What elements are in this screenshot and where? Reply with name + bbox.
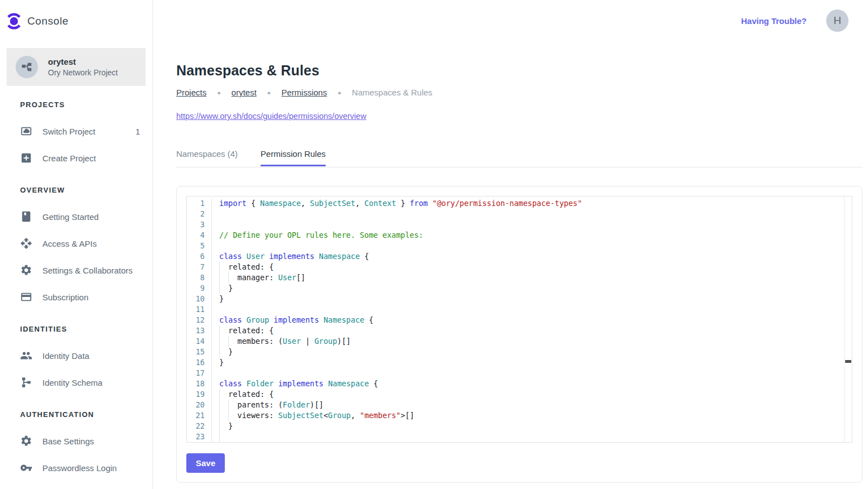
- line-number: 17: [187, 368, 212, 378]
- plus-square-icon: [20, 152, 32, 164]
- line-number: 3: [187, 219, 212, 230]
- tab-bar: Namespaces (4)Permission Rules: [176, 149, 862, 167]
- code-text: viewers: SubjectSet<Group, "members">[]: [212, 410, 414, 421]
- gear-icon: [20, 435, 32, 447]
- people-icon: [20, 349, 32, 362]
- code-text: }: [212, 421, 233, 432]
- editor-scrollbar-track[interactable]: [844, 196, 852, 442]
- code-line: 16}: [187, 357, 852, 368]
- ory-logo-icon: [7, 12, 21, 30]
- sidebar-item-label: Subscription: [42, 293, 140, 302]
- code-line: 15 }: [187, 347, 852, 357]
- code-text: }: [212, 347, 233, 357]
- sidebar-item-passwordless-login[interactable]: Passwordless Login: [0, 454, 152, 481]
- code-line: 11: [187, 304, 852, 315]
- book-icon: [20, 210, 32, 223]
- project-type: Ory Network Project: [48, 68, 118, 78]
- indent-guide: [219, 325, 224, 336]
- sidebar-item-base-settings[interactable]: Base Settings: [0, 428, 152, 454]
- code-line: 5: [187, 241, 852, 251]
- line-number: 7: [187, 262, 212, 272]
- permission-rules-panel: 1import { Namespace, SubjectSet, Context…: [176, 186, 862, 483]
- sidebar-item-identity-data[interactable]: Identity Data: [0, 342, 152, 369]
- line-number: 11: [187, 304, 212, 315]
- code-text: related: {: [212, 262, 274, 272]
- schema-icon: [20, 376, 32, 389]
- line-number: 6: [187, 251, 212, 262]
- code-text: class User implements Namespace {: [212, 251, 369, 262]
- line-number: 22: [187, 421, 212, 432]
- sidebar-item-identity-schema[interactable]: Identity Schema: [0, 369, 152, 396]
- line-number: 23: [187, 432, 212, 442]
- sidebar-item-switch-project[interactable]: Switch Project1: [0, 118, 152, 145]
- indent-guide: [219, 336, 224, 347]
- line-number: 20: [187, 400, 212, 410]
- indent-guide: [219, 421, 224, 432]
- content-column: Having Trouble? H Namespaces & Rules Pro…: [153, 0, 868, 489]
- sidebar-item-settings-collaborators[interactable]: Settings & Collaborators: [0, 257, 152, 284]
- code-text: [212, 368, 219, 378]
- code-editor[interactable]: 1import { Namespace, SubjectSet, Context…: [186, 196, 852, 443]
- card-icon: [20, 291, 32, 303]
- code-line: 3: [187, 219, 852, 230]
- user-avatar[interactable]: H: [826, 9, 848, 32]
- tab-permission-rules[interactable]: Permission Rules: [261, 149, 326, 167]
- line-number: 10: [187, 294, 212, 304]
- code-line: 14 members: (User | Group)[]: [187, 336, 852, 347]
- sidebar-item-create-project[interactable]: Create Project: [0, 145, 152, 171]
- breadcrumb-namespaces-rules: Namespaces & Rules: [352, 88, 432, 97]
- save-button[interactable]: Save: [186, 453, 225, 473]
- sidebar-item-label: Settings & Collaborators: [42, 266, 140, 275]
- app-name: Console: [27, 15, 69, 27]
- sidebar-item-subscription[interactable]: Subscription: [0, 284, 152, 310]
- docs-link[interactable]: https://www.ory.sh/docs/guides/permissio…: [176, 112, 367, 121]
- code-line: 20 parents: (Folder)[]: [187, 400, 852, 410]
- arrows-icon: [20, 237, 32, 250]
- code-text: }: [212, 283, 233, 294]
- line-number: 13: [187, 325, 212, 336]
- sidebar-nav: PROJECTSSwitch Project1Create ProjectOVE…: [0, 100, 152, 481]
- line-number: 21: [187, 410, 212, 421]
- breadcrumb-orytest[interactable]: orytest: [232, 88, 257, 97]
- line-number: 8: [187, 272, 212, 283]
- code-text: }: [212, 294, 224, 304]
- sidebar-item-badge: 1: [136, 127, 140, 136]
- tab-namespaces-4[interactable]: Namespaces (4): [176, 149, 238, 167]
- sidebar-section-label-overview: OVERVIEW: [0, 186, 152, 194]
- line-number: 19: [187, 389, 212, 400]
- key-icon: [20, 462, 32, 474]
- line-number: 18: [187, 378, 212, 389]
- having-trouble-link[interactable]: Having Trouble?: [741, 16, 807, 26]
- breadcrumb-permissions[interactable]: Permissions: [282, 88, 327, 97]
- line-number: 12: [187, 315, 212, 325]
- code-text: parents: (Folder)[]: [212, 400, 324, 410]
- code-line: 8 manager: User[]: [187, 272, 852, 283]
- indent-guide: [219, 347, 224, 357]
- sidebar-item-access-apis[interactable]: Access & APIs: [0, 230, 152, 257]
- topbar: Having Trouble? H: [153, 0, 868, 41]
- sidebar-item-label: Base Settings: [42, 437, 140, 446]
- indent-guide: [219, 262, 224, 272]
- indent-guide: [219, 272, 224, 283]
- breadcrumb-projects[interactable]: Projects: [176, 88, 206, 97]
- code-line: 4// Define your OPL rules here. Some exa…: [187, 230, 852, 241]
- code-line: 1import { Namespace, SubjectSet, Context…: [187, 198, 852, 209]
- project-switcher-card[interactable]: orytest Ory Network Project: [7, 48, 146, 86]
- code-text: related: {: [212, 389, 274, 400]
- sidebar-item-label: Identity Data: [42, 351, 140, 361]
- brand-logo-row[interactable]: Console: [0, 0, 152, 35]
- code-line: 17: [187, 368, 852, 378]
- line-number: 1: [187, 198, 212, 209]
- code-line: 21 viewers: SubjectSet<Group, "members">…: [187, 410, 852, 421]
- gear-icon: [20, 264, 32, 276]
- editor-scrollbar-thumb[interactable]: [845, 360, 851, 363]
- code-text: // Define your OPL rules here. Some exam…: [212, 230, 423, 241]
- code-line: 6class User implements Namespace {: [187, 251, 852, 262]
- code-text: manager: User[]: [212, 272, 305, 283]
- code-lines: 1import { Namespace, SubjectSet, Context…: [187, 198, 852, 443]
- code-text: [212, 241, 219, 251]
- code-text: [212, 219, 219, 230]
- breadcrumb: Projects●orytest●Permissions●Namespaces …: [176, 88, 862, 97]
- sidebar-item-getting-started[interactable]: Getting Started: [0, 203, 152, 230]
- sidebar-item-label: Passwordless Login: [42, 463, 140, 473]
